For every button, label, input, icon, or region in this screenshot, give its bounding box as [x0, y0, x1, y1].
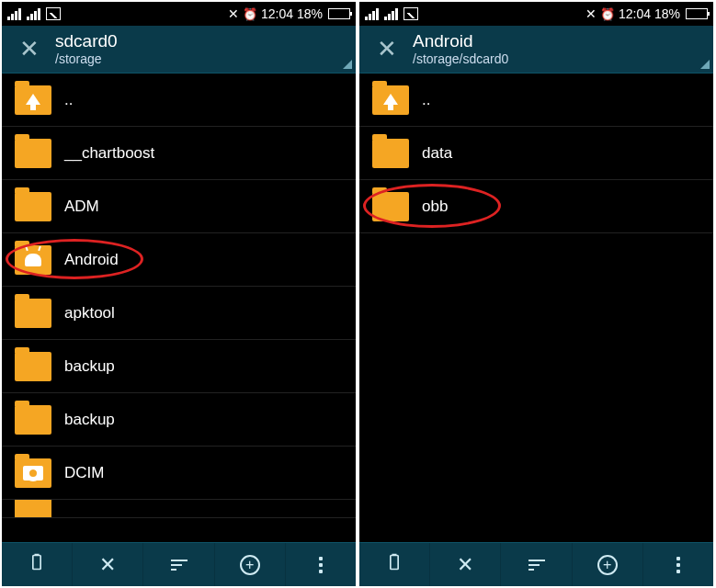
list-item[interactable]: ADM [2, 180, 356, 233]
paste-button[interactable] [359, 543, 430, 586]
list-item[interactable]: backup [2, 340, 356, 393]
folder-path: /storage [55, 51, 356, 66]
sort-icon [171, 560, 188, 571]
folder-icon [372, 139, 409, 168]
screen-left: ✕ 12:04 18% ✕ sdcard0 /storage .. __char… [2, 2, 356, 586]
menu-dots-icon [676, 557, 680, 573]
folder-icon [15, 139, 51, 168]
folder-icon [15, 192, 51, 221]
sort-button[interactable] [143, 543, 214, 586]
list-item-up[interactable]: .. [2, 74, 356, 127]
status-bar: ✕ 12:04 18% [359, 2, 713, 26]
status-time: 12:04 [261, 6, 293, 21]
item-label: apktool [64, 304, 115, 322]
list-item-android[interactable]: Android [2, 233, 356, 287]
cancel-button[interactable]: ✕ [73, 543, 143, 586]
path-header[interactable]: ✕ Android /storage/sdcard0 [359, 26, 713, 74]
plus-icon: + [597, 555, 618, 575]
menu-dots-icon [319, 557, 323, 573]
bottom-toolbar: ✕ + [359, 542, 713, 586]
alarm-icon [600, 6, 615, 21]
status-bar: ✕ 12:04 18% [2, 2, 356, 26]
sort-button[interactable] [501, 543, 572, 586]
status-time: 12:04 [619, 6, 651, 21]
folder-path: /storage/sdcard0 [413, 51, 713, 66]
list-item-partial[interactable] [2, 500, 356, 518]
close-icon: ✕ [457, 553, 473, 577]
signal-icon-2 [27, 7, 40, 20]
folder-up-icon [372, 85, 409, 115]
battery-percent: 18% [654, 6, 680, 21]
add-button[interactable]: + [573, 543, 643, 586]
folder-icon [15, 500, 51, 518]
item-label: data [422, 144, 452, 163]
android-folder-icon [15, 245, 51, 275]
screen-right: ✕ 12:04 18% ✕ Android /storage/sdcard0 .… [359, 2, 713, 586]
list-item[interactable]: __chartboost [2, 127, 356, 180]
paste-button[interactable] [2, 543, 73, 586]
paste-icon [28, 552, 46, 578]
signal-icon [7, 7, 21, 20]
item-label: .. [422, 91, 430, 109]
svg-rect-0 [33, 555, 40, 569]
close-button[interactable]: ✕ [7, 28, 51, 72]
signal-icon-2 [384, 7, 398, 20]
folder-up-icon [15, 85, 51, 115]
file-list: .. data obb [359, 74, 713, 542]
item-label: Android [64, 251, 119, 269]
plus-icon: + [240, 555, 260, 575]
item-label: backup [64, 357, 115, 376]
item-label: DCIM [64, 464, 104, 482]
list-item-obb[interactable]: obb [359, 180, 713, 233]
battery-icon [686, 8, 708, 19]
folder-icon [15, 352, 51, 381]
folder-icon [372, 192, 409, 221]
close-icon: ✕ [99, 553, 116, 577]
paste-icon [385, 552, 403, 578]
sort-icon [528, 560, 545, 571]
signal-icon [365, 7, 379, 20]
folder-icon [15, 405, 51, 435]
cancel-button[interactable]: ✕ [430, 543, 501, 586]
item-label: obb [422, 198, 448, 216]
mute-icon: ✕ [585, 6, 597, 21]
close-button[interactable]: ✕ [365, 28, 409, 72]
battery-icon [328, 8, 350, 19]
svg-rect-1 [391, 555, 398, 569]
alarm-icon [243, 6, 257, 21]
add-button[interactable]: + [215, 543, 286, 586]
list-item[interactable]: apktool [2, 287, 356, 340]
mute-icon: ✕ [228, 6, 239, 21]
menu-button[interactable] [643, 543, 713, 586]
list-item[interactable]: DCIM [2, 447, 356, 500]
bottom-toolbar: ✕ + [2, 542, 356, 586]
folder-title: sdcard0 [55, 32, 356, 51]
picture-icon [403, 7, 418, 20]
picture-icon [46, 7, 61, 20]
dropdown-indicator-icon[interactable] [343, 60, 352, 69]
path-header[interactable]: ✕ sdcard0 /storage [2, 26, 356, 74]
file-list: .. __chartboost ADM Android apktool back… [2, 74, 356, 542]
battery-percent: 18% [297, 6, 323, 21]
item-label: __chartboost [64, 144, 154, 163]
folder-title: Android [413, 32, 713, 51]
dropdown-indicator-icon[interactable] [700, 60, 710, 69]
folder-icon [15, 299, 51, 328]
list-item[interactable]: data [359, 127, 713, 180]
item-label: ADM [64, 198, 99, 216]
menu-button[interactable] [286, 543, 356, 586]
camera-folder-icon [15, 458, 51, 488]
list-item-up[interactable]: .. [359, 74, 713, 127]
item-label: backup [64, 411, 115, 429]
list-item[interactable]: backup [2, 393, 356, 447]
item-label: .. [64, 91, 73, 109]
